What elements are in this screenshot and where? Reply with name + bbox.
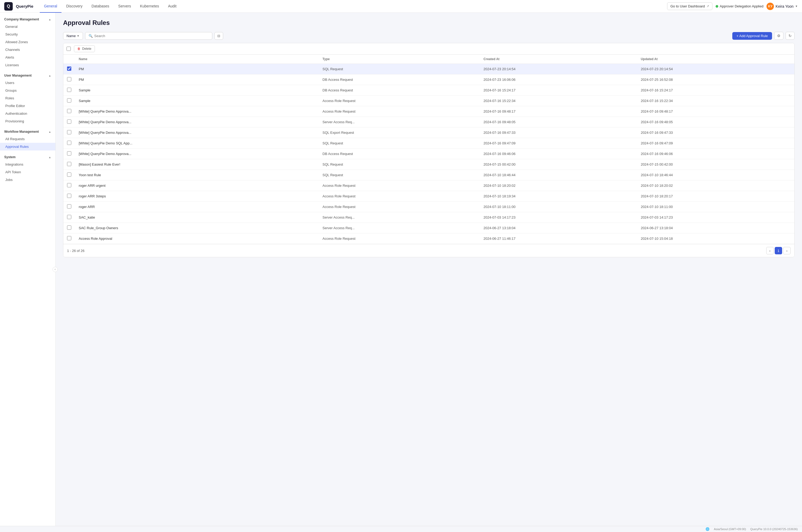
row-type: Server Access Req...: [319, 212, 480, 223]
filter-button[interactable]: ⊟: [215, 32, 223, 40]
logo[interactable]: Q: [4, 2, 13, 11]
row-checkbox-cell[interactable]: [63, 180, 75, 191]
nav-tab-databases[interactable]: Databases: [87, 0, 113, 13]
nav-tab-kubernetes[interactable]: Kubernetes: [136, 0, 163, 13]
sidebar-section-header-company[interactable]: Company Management ▲: [0, 15, 55, 23]
nav-tab-audit[interactable]: Audit: [164, 0, 181, 13]
sidebar-section-header-system[interactable]: System ▲: [0, 153, 55, 160]
row-checkbox-cell[interactable]: [63, 233, 75, 244]
row-checkbox-cell[interactable]: [63, 170, 75, 180]
settings-button[interactable]: ⚙: [774, 32, 783, 40]
row-name: Sample: [75, 96, 319, 106]
row-checkbox[interactable]: [67, 215, 71, 219]
row-checkbox[interactable]: [67, 109, 71, 113]
sidebar-item-jobs[interactable]: Jobs: [0, 176, 55, 184]
nav-tab-general[interactable]: General: [40, 0, 61, 13]
row-checkbox[interactable]: [67, 194, 71, 198]
row-checkbox-cell[interactable]: [63, 149, 75, 159]
search-input[interactable]: [94, 34, 209, 38]
row-checkbox[interactable]: [67, 98, 71, 102]
sidebar-section-user-management: User Management ▲ Users Groups Roles Pro…: [0, 71, 55, 125]
row-checkbox-cell[interactable]: [63, 223, 75, 233]
next-page-button[interactable]: ›: [783, 247, 790, 254]
goto-dashboard-button[interactable]: Go to User Dashboard ↗: [667, 2, 712, 10]
row-checkbox[interactable]: [67, 77, 71, 81]
row-created: 2024-07-10 18:19:34: [480, 191, 637, 202]
prev-page-button[interactable]: ‹: [766, 247, 773, 254]
sidebar-item-approval-rules[interactable]: Approval Rules: [0, 143, 55, 151]
refresh-icon: ↻: [788, 34, 792, 38]
sidebar-section-header-user[interactable]: User Management ▲: [0, 71, 55, 79]
delete-button[interactable]: 🗑 Delete: [74, 45, 95, 52]
avatar-initials: KY: [768, 4, 772, 8]
row-name: [White] QueryPie Demo Approva...: [75, 128, 319, 138]
row-checkbox-cell[interactable]: [63, 106, 75, 117]
row-checkbox-cell[interactable]: [63, 159, 75, 170]
row-checkbox-cell[interactable]: [63, 128, 75, 138]
sidebar-item-general[interactable]: General: [0, 23, 55, 31]
sidebar-item-channels[interactable]: Channels: [0, 46, 55, 54]
row-checkbox-cell[interactable]: [63, 202, 75, 212]
col-header-type: Type: [319, 55, 480, 64]
workflow-management-label: Workflow Management: [4, 130, 39, 134]
sidebar-item-profile-editor[interactable]: Profile Editor: [0, 102, 55, 110]
refresh-button[interactable]: ↻: [786, 32, 795, 40]
sidebar-item-users[interactable]: Users: [0, 79, 55, 87]
select-all-checkbox[interactable]: [67, 46, 71, 51]
row-checkbox[interactable]: [67, 162, 71, 166]
row-checkbox-cell[interactable]: [63, 212, 75, 223]
row-checkbox[interactable]: [67, 183, 71, 187]
name-filter-dropdown[interactable]: Name ▼: [63, 32, 83, 40]
sidebar-item-allowed-zones[interactable]: Allowed Zones: [0, 38, 55, 46]
row-checkbox[interactable]: [67, 141, 71, 145]
timezone-label: Asia/Seoul (GMT+09:00): [714, 528, 746, 531]
row-checkbox[interactable]: [67, 236, 71, 240]
row-checkbox[interactable]: [67, 66, 71, 71]
row-checkbox-cell[interactable]: [63, 96, 75, 106]
sidebar-item-provisioning[interactable]: Provisioning: [0, 117, 55, 125]
pagination-bar: 1 - 26 of 26 ‹ 1 ›: [63, 244, 794, 257]
row-checkbox[interactable]: [67, 130, 71, 134]
dropdown-chevron-icon: ▼: [77, 35, 79, 37]
row-checkbox-cell[interactable]: [63, 138, 75, 149]
row-checkbox[interactable]: [67, 226, 71, 230]
nav-tab-discovery[interactable]: Discovery: [62, 0, 87, 13]
row-checkbox-cell[interactable]: [63, 191, 75, 202]
row-checkbox[interactable]: [67, 88, 71, 92]
goto-dashboard-label: Go to User Dashboard: [671, 4, 705, 8]
table-row: [White] QueryPie Demo SQL App... SQL Req…: [63, 138, 794, 149]
sidebar-section-company-management: Company Management ▲ General Security Al…: [0, 15, 55, 69]
row-checkbox[interactable]: [67, 204, 71, 209]
user-menu[interactable]: KY Keira Yoon ▼: [766, 3, 798, 10]
row-checkbox-cell[interactable]: [63, 64, 75, 74]
row-name: [White] QueryPie Demo Approva...: [75, 106, 319, 117]
row-updated: 2024-07-23 20:14:54: [637, 64, 794, 74]
row-checkbox-cell[interactable]: [63, 74, 75, 85]
sidebar-toggle-button[interactable]: ‹: [53, 267, 58, 272]
row-checkbox[interactable]: [67, 172, 71, 177]
row-created: 2024-07-16 09:47:09: [480, 138, 637, 149]
sidebar-section-header-workflow[interactable]: Workflow Management ▲: [0, 127, 55, 135]
sidebar-item-groups[interactable]: Groups: [0, 87, 55, 94]
logo-text: Q: [7, 4, 10, 9]
sidebar-item-roles[interactable]: Roles: [0, 94, 55, 102]
row-updated: 2024-07-16 15:24:17: [637, 85, 794, 96]
row-checkbox[interactable]: [67, 151, 71, 155]
sidebar-item-security[interactable]: Security: [0, 31, 55, 38]
sidebar-item-integrations[interactable]: Integrations: [0, 160, 55, 168]
row-checkbox[interactable]: [67, 119, 71, 124]
row-name: [White] QueryPie Demo Approva...: [75, 149, 319, 159]
sidebar-item-licenses[interactable]: Licenses: [0, 61, 55, 69]
row-checkbox-cell[interactable]: [63, 117, 75, 128]
sidebar-item-authentication[interactable]: Authentication: [0, 110, 55, 117]
row-type: SQL Request: [319, 170, 480, 180]
row-name: SAC Rule_Group Owners: [75, 223, 319, 233]
page-1-button[interactable]: 1: [775, 247, 782, 254]
sidebar-item-alerts[interactable]: Alerts: [0, 54, 55, 61]
add-rule-button[interactable]: + Add Approval Rule: [732, 32, 772, 40]
sidebar-item-all-requests[interactable]: All Requests: [0, 135, 55, 143]
nav-tab-servers[interactable]: Servers: [114, 0, 135, 13]
sidebar-item-api-token[interactable]: API Token: [0, 168, 55, 176]
row-type: DB Access Request: [319, 74, 480, 85]
row-checkbox-cell[interactable]: [63, 85, 75, 96]
